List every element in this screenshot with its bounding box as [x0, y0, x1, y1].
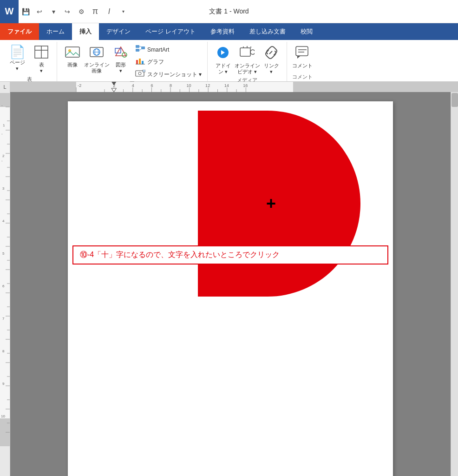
svg-line-30 — [269, 51, 272, 54]
svg-text:4: 4 — [132, 83, 134, 88]
svg-point-22 — [138, 72, 141, 75]
online-video-icon — [240, 46, 255, 62]
ribbon-group-media: アドイン ▾ オンラインビデオ ▾ — [208, 42, 287, 81]
chart-button[interactable]: グラフ — [133, 56, 203, 68]
tab-file[interactable]: ファイル — [0, 23, 39, 40]
svg-text:8: 8 — [2, 349, 5, 353]
save-button[interactable]: 💾 — [19, 0, 33, 23]
smartart-icon — [135, 45, 145, 54]
group-label-comments: コメント — [292, 73, 313, 80]
ribbon-group-comments: コメント コメント — [287, 42, 318, 81]
more-button[interactable]: ▾ — [116, 0, 130, 23]
undo-button[interactable]: ↩ — [33, 0, 46, 23]
table-button[interactable]: 表▾ — [30, 44, 53, 76]
comment-icon — [295, 46, 310, 62]
svg-text:10: 10 — [187, 83, 191, 88]
pages-button[interactable]: 📄 ページ▾ — [6, 44, 29, 73]
svg-text:5: 5 — [2, 251, 5, 256]
shapes-button[interactable]: 図形▾ — [109, 44, 132, 76]
svg-text:16: 16 — [243, 83, 248, 88]
svg-rect-36 — [76, 82, 293, 92]
move-cursor: + — [266, 194, 276, 213]
shapes-icon — [113, 46, 128, 61]
document-canvas[interactable]: + ⑩-4「十」字になるので、文字を入れたいところでクリック — [10, 92, 451, 476]
window-title: 文書 1 - Word — [209, 7, 249, 16]
smartart-button[interactable]: SmartArt — [133, 44, 203, 55]
ribbon-group-pages: 📄 ページ▾ 表▾ 表 — [2, 42, 57, 81]
ruler-horizontal: -2 2 4 6 8 10 12 14 16 — [10, 82, 458, 92]
ruler-corner[interactable]: L — [0, 82, 10, 92]
svg-line-16 — [139, 49, 141, 50]
ruler-row: L -2 2 4 6 8 10 — [0, 82, 458, 92]
svg-text:7: 7 — [2, 317, 5, 321]
ribbon-content: 📄 ページ▾ 表▾ 表 — [0, 40, 458, 82]
tab-home[interactable]: ホーム — [39, 23, 72, 40]
image-icon — [65, 46, 80, 61]
ribbon-group-illus-items: 画像 オンライン画像 — [61, 42, 203, 80]
smartart-group: SmartArt グラフ — [133, 44, 203, 80]
addin-icon — [216, 46, 230, 62]
ribbon-group-media-items: アドイン ▾ オンラインビデオ ▾ — [211, 42, 283, 77]
vertical-scrollbar[interactable] — [451, 92, 458, 476]
svg-text:10: 10 — [1, 414, 5, 418]
annotation-text: ⑩-4「十」字になるので、文字を入れたいところでクリック — [80, 251, 280, 258]
svg-rect-18 — [139, 59, 141, 64]
italic-button[interactable]: I — [102, 0, 116, 23]
ribbon-group-illustrations: 画像 オンライン画像 — [57, 42, 208, 81]
tab-insert[interactable]: 挿入 — [72, 23, 99, 40]
svg-rect-17 — [136, 60, 138, 64]
svg-rect-25 — [240, 48, 250, 56]
pi-button[interactable]: π — [88, 0, 102, 23]
screenshot-button[interactable]: スクリーンショット ▾ — [133, 69, 203, 80]
online-image-icon — [89, 46, 104, 61]
svg-text:-: - — [1, 103, 3, 107]
svg-point-26 — [250, 50, 255, 54]
svg-text:2: 2 — [2, 154, 5, 158]
ribbon-group-comment-items: コメント — [291, 42, 314, 73]
svg-text:1: 1 — [3, 123, 5, 127]
chart-icon — [135, 57, 145, 67]
pages-icon: 📄 — [9, 46, 26, 59]
svg-rect-13 — [136, 49, 139, 52]
svg-text:6: 6 — [150, 83, 153, 88]
red-shape-container: + — [198, 111, 365, 306]
svg-text:14: 14 — [224, 83, 229, 88]
undo-arrow[interactable]: ▾ — [46, 0, 60, 23]
addin-button[interactable]: アドイン ▾ — [211, 44, 235, 77]
tab-references[interactable]: 参考資料 — [203, 23, 242, 40]
svg-text:-: - — [1, 132, 3, 136]
tab-mailings[interactable]: 差し込み文書 — [242, 23, 293, 40]
svg-text:4: 4 — [2, 219, 5, 223]
image-button[interactable]: 画像 — [61, 44, 84, 72]
online-video-button[interactable]: オンラインビデオ ▾ — [236, 44, 259, 77]
svg-rect-31 — [296, 46, 308, 56]
svg-rect-19 — [142, 61, 144, 64]
redo-button[interactable]: ↪ — [60, 0, 74, 23]
svg-rect-3 — [65, 47, 79, 57]
tab-design[interactable]: デザイン — [99, 23, 138, 40]
ribbon-tabs: ファイル ホーム 挿入 デザイン ページ レイアウト 参考資料 差し込み文書 校… — [0, 23, 458, 40]
annotation-box: ⑩-4「十」字になるので、文字を入れたいところでクリック — [72, 245, 388, 264]
table-icon — [34, 46, 48, 61]
vertical-ruler: - 1 - 2 - 3 4 5 6 7 — [0, 92, 10, 476]
online-image-button[interactable]: オンライン画像 — [85, 44, 108, 76]
svg-text:9: 9 — [2, 382, 5, 386]
svg-rect-35 — [293, 82, 458, 92]
svg-text:12: 12 — [205, 83, 210, 88]
svg-text:3: 3 — [2, 186, 5, 191]
svg-text:-2: -2 — [78, 83, 81, 88]
comment-button[interactable]: コメント — [291, 44, 314, 72]
svg-rect-14 — [141, 46, 145, 49]
title-bar: W 💾 ↩ ▾ ↪ ⚙ π I ▾ 文書 1 - Word — [0, 0, 458, 23]
document-page[interactable]: + ⑩-4「十」字になるので、文字を入れたいところでクリック — [68, 101, 393, 476]
svg-text:8: 8 — [170, 83, 172, 88]
svg-text:6: 6 — [2, 284, 5, 288]
tab-layout[interactable]: ページ レイアウト — [138, 23, 203, 40]
link-icon — [264, 46, 279, 62]
svg-rect-23 — [143, 70, 145, 72]
customize-qat[interactable]: ⚙ — [74, 0, 88, 23]
ribbon-group-pages-items: 📄 ページ▾ 表▾ — [6, 42, 53, 76]
link-button[interactable]: リンク▾ — [260, 44, 283, 77]
main-area: - 1 - 2 - 3 4 5 6 7 — [0, 92, 458, 476]
tab-review[interactable]: 校閲 — [293, 23, 320, 40]
